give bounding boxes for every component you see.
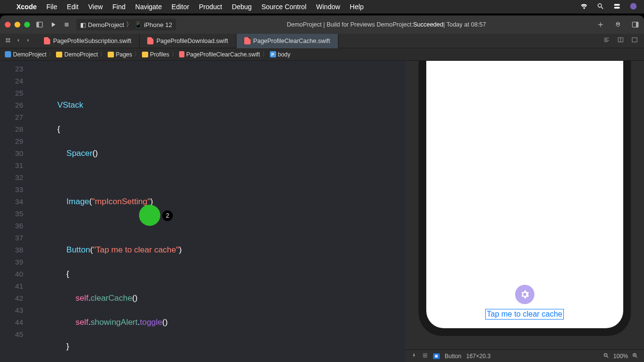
tab-label: PageProfileDownload.swift: [156, 38, 228, 44]
close-button[interactable]: [5, 22, 11, 28]
app-icon: ◧: [80, 21, 86, 28]
swift-file-icon: [244, 37, 251, 44]
settings-gear-icon: [515, 285, 534, 304]
svg-rect-11: [8, 41, 10, 42]
code-content[interactable]: VStack { Spacer() Image("mpIconSetting")…: [28, 61, 405, 362]
device-icon: 📱: [134, 21, 142, 28]
selectable-icon[interactable]: ▣: [433, 353, 440, 359]
property-icon: P: [270, 51, 276, 57]
svg-rect-7: [636, 22, 638, 28]
menu-navigate[interactable]: Navigate: [135, 3, 162, 11]
swift-file-icon: [179, 51, 184, 57]
svg-point-2: [630, 3, 636, 9]
inspector-toggle-icon[interactable]: [631, 21, 639, 28]
svg-rect-10: [6, 41, 8, 42]
device-frame: Tap me to clear cache: [405, 61, 644, 349]
zoom-button[interactable]: [24, 22, 30, 28]
user-icon[interactable]: [630, 2, 637, 12]
tab-download[interactable]: PageProfileDownload.swift: [140, 34, 237, 48]
folder-icon: [108, 52, 114, 57]
svg-rect-4: [37, 22, 39, 28]
folder-icon: [142, 52, 148, 57]
menu-find[interactable]: Find: [112, 3, 126, 11]
menu-window[interactable]: Window: [316, 3, 340, 11]
svg-rect-9: [8, 38, 10, 40]
menu-source-control[interactable]: Source Control: [261, 3, 306, 11]
add-icon[interactable]: [597, 21, 604, 28]
app-menu[interactable]: Xcode: [16, 3, 37, 11]
window-controls: [5, 22, 30, 28]
live-icon[interactable]: [422, 352, 428, 360]
clear-cache-button[interactable]: Tap me to clear cache: [485, 309, 564, 320]
swift-file-icon: [147, 37, 154, 44]
adjust-editor-icon[interactable]: [617, 36, 624, 45]
menu-view[interactable]: View: [88, 3, 103, 11]
crumb-folder1[interactable]: DemoProject: [64, 51, 98, 58]
forward-icon[interactable]: [25, 37, 31, 45]
tab-label: PageProfileSubscription.swift: [53, 38, 131, 44]
run-button[interactable]: [49, 21, 57, 28]
crumb-folder3[interactable]: Profiles: [150, 51, 169, 58]
spotlight-icon[interactable]: [597, 2, 604, 12]
stop-button[interactable]: [63, 21, 70, 28]
menu-debug[interactable]: Debug: [232, 3, 252, 11]
preview-screen[interactable]: Tap me to clear cache: [426, 61, 623, 328]
swift-file-icon: [44, 37, 50, 44]
menu-help[interactable]: Help: [350, 3, 364, 11]
menu-product[interactable]: Product: [199, 3, 222, 11]
wifi-icon[interactable]: [580, 2, 588, 12]
control-center-icon[interactable]: [613, 2, 621, 12]
scheme-device-label: iPhone 12: [144, 21, 172, 28]
chevron-right-icon: 〉: [126, 20, 132, 29]
zoom-in-icon[interactable]: [632, 352, 638, 360]
add-editor-icon[interactable]: [631, 36, 638, 45]
menu-editor[interactable]: Editor: [171, 3, 189, 11]
minimize-button[interactable]: [14, 22, 20, 28]
svg-rect-1: [614, 7, 620, 8]
zoom-out-icon[interactable]: [603, 352, 609, 360]
navigator-toggle-icon[interactable]: [36, 21, 43, 28]
crumb-symbol[interactable]: body: [278, 51, 291, 58]
svg-line-17: [607, 356, 608, 358]
main-area: 2324252627282930313233343536373839404142…: [0, 61, 644, 362]
project-icon: [5, 51, 11, 57]
minimap-icon[interactable]: [603, 36, 610, 45]
folder-icon: [56, 52, 62, 57]
crumb-project[interactable]: DemoProject: [13, 51, 46, 58]
selected-element-size: 167×20.3: [466, 353, 490, 360]
svg-rect-8: [6, 38, 8, 40]
line-gutter: 2324252627282930313233343536373839404142…: [0, 61, 28, 362]
svg-line-21: [636, 356, 637, 358]
scheme-project-label: DemoProject: [88, 21, 124, 28]
canvas-preview: Tap me to clear cache ▣ Button 167×20.3 …: [405, 61, 644, 362]
library-icon[interactable]: [614, 21, 622, 28]
related-items-icon[interactable]: [5, 37, 11, 45]
status-time: | Today at 08:57: [443, 21, 486, 28]
status-result: Succeeded: [413, 21, 444, 28]
pin-icon[interactable]: [411, 352, 417, 360]
scheme-selector[interactable]: ◧ DemoProject 〉 📱 iPhone 12: [76, 19, 176, 30]
status-prefix: DemoProject | Build for Previews DemoPro…: [287, 21, 413, 28]
phone-bezel: Tap me to clear cache: [419, 61, 631, 336]
editor-tabbar: PageProfileSubscription.swift PageProfil…: [0, 34, 644, 48]
svg-rect-5: [65, 23, 69, 27]
macos-menubar: Xcode File Edit View Find Navigate Edito…: [0, 0, 644, 14]
xcode-toolbar: ◧ DemoProject 〉 📱 iPhone 12 DemoProject …: [0, 15, 644, 34]
menu-edit[interactable]: Edit: [67, 3, 79, 11]
crumb-file[interactable]: PageProfileClearCache.swift: [186, 51, 260, 58]
annotation-marker[interactable]: [139, 205, 160, 226]
tab-subscription[interactable]: PageProfileSubscription.swift: [36, 34, 140, 48]
selected-element-label: Button: [445, 353, 462, 360]
svg-rect-14: [632, 38, 637, 42]
back-icon[interactable]: [15, 37, 21, 45]
canvas-status-bar: ▣ Button 167×20.3 100%: [405, 349, 644, 362]
jump-bar[interactable]: DemoProject〉 DemoProject〉 Pages〉 Profile…: [0, 48, 644, 61]
code-editor[interactable]: 2324252627282930313233343536373839404142…: [0, 61, 405, 362]
tab-clearcache[interactable]: PageProfileClearCache.swift: [237, 34, 338, 48]
menu-file[interactable]: File: [46, 3, 57, 11]
zoom-level[interactable]: 100%: [613, 353, 628, 360]
svg-rect-0: [614, 4, 620, 5]
annotation-badge: 2: [162, 210, 173, 221]
crumb-folder2[interactable]: Pages: [116, 51, 132, 58]
tab-label: PageProfileClearCache.swift: [253, 38, 330, 44]
